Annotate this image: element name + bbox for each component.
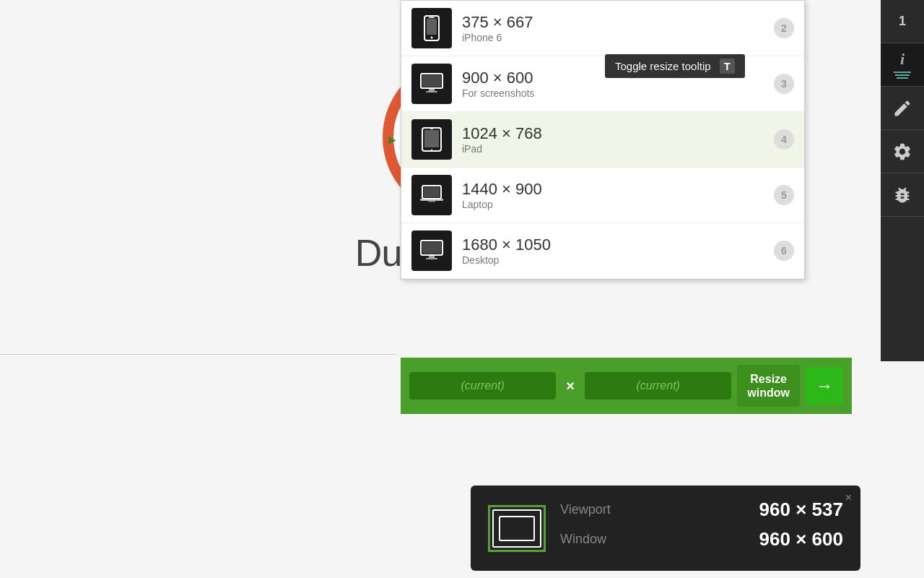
svg-rect-23 xyxy=(426,91,437,92)
viewport-close-button[interactable]: × xyxy=(845,491,852,504)
page-divider xyxy=(0,354,397,355)
viewport-row-window: Window 960 × 600 xyxy=(560,528,843,551)
viewport-screen-inner xyxy=(499,516,535,541)
dropdown-panel: 375 × 667 iPhone 6 2 900 × 600 For scree… xyxy=(401,0,805,280)
go-arrow-button[interactable]: → xyxy=(806,367,843,405)
svg-rect-22 xyxy=(429,88,435,91)
corner-tl xyxy=(488,505,495,512)
device-item-iphone[interactable]: 375 × 667 iPhone 6 2 xyxy=(401,1,804,56)
device-icon-laptop xyxy=(411,175,452,215)
svg-rect-33 xyxy=(422,242,441,254)
device-name-iphone: iPhone 6 xyxy=(462,32,774,43)
device-icon-monitor xyxy=(411,64,452,104)
sidebar-bug-button[interactable] xyxy=(881,173,924,217)
device-info-ipad: 1024 × 768 iPad xyxy=(462,124,774,155)
svg-rect-27 xyxy=(430,129,433,129)
viewport-box: × Viewport 960 × 537 Window 960 × 600 xyxy=(471,486,860,571)
device-name-desktop: Desktop xyxy=(462,254,774,266)
svg-point-18 xyxy=(431,37,433,39)
svg-rect-25 xyxy=(424,130,439,147)
ruler-icon xyxy=(894,71,911,79)
viewport-screen-icon xyxy=(488,505,546,552)
device-icon-desktop xyxy=(411,230,452,271)
sidebar-info-button[interactable]: i xyxy=(881,43,924,87)
device-number-2: 2 xyxy=(774,18,794,38)
viewport-label: Viewport xyxy=(560,502,611,517)
svg-rect-17 xyxy=(427,19,437,35)
svg-rect-30 xyxy=(420,199,443,201)
tooltip-text: Toggle resize tooltip xyxy=(615,60,711,72)
svg-point-26 xyxy=(431,149,432,150)
device-dimensions-desktop: 1680 × 1050 xyxy=(462,236,774,254)
window-label: Window xyxy=(560,532,606,547)
svg-rect-34 xyxy=(429,255,435,258)
tooltip-key: T xyxy=(720,59,735,74)
right-sidebar: 1 i xyxy=(881,0,924,361)
device-info-desktop: 1680 × 1050 Desktop xyxy=(462,236,774,266)
sidebar-number-1: 1 xyxy=(881,0,924,43)
x-separator: × xyxy=(562,378,579,394)
device-dimensions-iphone: 375 × 667 xyxy=(462,13,774,32)
device-name-screenshots: For screenshots xyxy=(462,87,774,99)
info-icon: i xyxy=(900,50,905,69)
sidebar-pencil-button[interactable] xyxy=(881,87,924,130)
corner-tr xyxy=(539,505,546,512)
corner-bl xyxy=(488,545,495,552)
device-name-laptop: Laptop xyxy=(462,199,774,210)
device-item-laptop[interactable]: 1440 × 900 Laptop 5 xyxy=(401,168,804,223)
device-number-5: 5 xyxy=(774,185,794,205)
device-icon-phone xyxy=(411,8,452,48)
device-info-iphone: 375 × 667 iPhone 6 xyxy=(462,13,774,43)
height-input[interactable]: (current) xyxy=(585,372,731,400)
bottom-bar: (current) × (current) Resizewindow → xyxy=(401,358,852,414)
viewport-row-viewport: Viewport 960 × 537 xyxy=(560,499,843,521)
device-dimensions-ipad: 1024 × 768 xyxy=(462,124,774,143)
corner-br xyxy=(539,545,546,552)
svg-rect-31 xyxy=(428,201,435,202)
device-item-ipad[interactable]: 1024 × 768 iPad 4 xyxy=(401,112,804,168)
width-input[interactable]: (current) xyxy=(409,372,556,400)
window-value: 960 × 600 xyxy=(759,528,843,551)
svg-rect-19 xyxy=(429,17,435,19)
device-number-4: 4 xyxy=(774,129,794,150)
viewport-data: Viewport 960 × 537 Window 960 × 600 xyxy=(560,499,843,558)
device-name-ipad: iPad xyxy=(462,143,774,155)
device-number-6: 6 xyxy=(774,241,794,261)
resize-window-button[interactable]: Resizewindow xyxy=(737,365,800,407)
device-dimensions-laptop: 1440 × 900 xyxy=(462,180,774,199)
device-info-laptop: 1440 × 900 Laptop xyxy=(462,180,774,210)
svg-rect-35 xyxy=(426,258,437,259)
device-icon-tablet xyxy=(411,119,452,160)
device-number-3: 3 xyxy=(774,74,794,94)
resize-tooltip: Toggle resize tooltip T xyxy=(605,54,745,78)
sidebar-gear-button[interactable] xyxy=(881,130,924,173)
svg-rect-21 xyxy=(422,75,441,87)
device-item-desktop[interactable]: 1680 × 1050 Desktop 6 xyxy=(401,223,804,279)
viewport-value: 960 × 537 xyxy=(759,499,843,521)
svg-rect-29 xyxy=(424,187,440,197)
